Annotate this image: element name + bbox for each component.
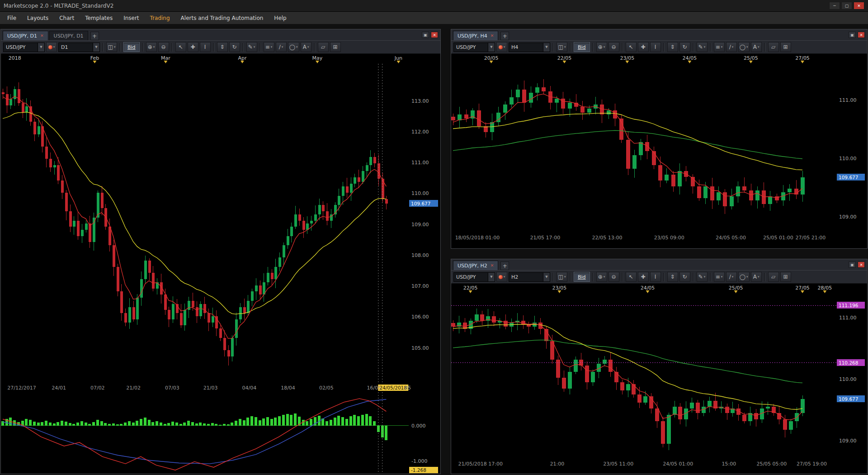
chart-style-button[interactable]: ◫▾ <box>557 272 567 282</box>
bid-button[interactable]: Bid <box>123 42 140 52</box>
zoom-out-button[interactable]: ⊖ <box>609 42 619 52</box>
grid-button[interactable]: ⊞ <box>330 42 341 52</box>
cursor-button[interactable]: ↖ <box>175 42 186 52</box>
chart-style-button[interactable]: ◫▾ <box>557 42 567 52</box>
maximize-button[interactable]: ▢ <box>841 2 852 10</box>
tab-usd-jpy-d1[interactable]: USD/JPY, D1 <box>49 31 88 40</box>
zoom-in-button[interactable]: ⊕▾ <box>596 272 607 282</box>
trendline-button[interactable]: ∕▾ <box>726 272 737 282</box>
panel-close-button[interactable]: ✕ <box>431 32 438 38</box>
text-cursor-button[interactable]: I <box>200 42 211 52</box>
menu-item-trading[interactable]: Trading <box>145 12 175 24</box>
zoom-out-button[interactable]: ⊖ <box>158 42 169 52</box>
draw-pencil-button[interactable]: ✎▾ <box>697 42 708 52</box>
menu-item-layouts[interactable]: Layouts <box>22 12 54 24</box>
crosshair-button[interactable]: ✚ <box>188 42 198 52</box>
time-axis-label: Mar <box>161 55 170 61</box>
zoom-out-button[interactable]: ⊖ <box>609 272 619 282</box>
workspace: USD/JPY, D1✕USD/JPY, D1+▣✕ USD/JPY▼▾D1▼◫… <box>0 24 868 475</box>
indicators-button[interactable]: ≡▾ <box>714 42 725 52</box>
zoom-in-button[interactable]: ⊕▾ <box>596 42 607 52</box>
symbol-dropdown[interactable]: USD/JPY▼ <box>453 272 495 282</box>
grid-button[interactable]: ⊞ <box>780 42 791 52</box>
add-tab-button[interactable]: + <box>500 261 509 270</box>
symbol-dropdown[interactable]: USD/JPY▼ <box>453 43 495 52</box>
draw-pencil-button[interactable]: ✎▾ <box>697 272 708 282</box>
tab-usd-jpy-h4-active[interactable]: USD/JPY, H4✕ <box>453 31 498 40</box>
shapes-button[interactable]: ◯▾ <box>738 272 750 282</box>
eraser-button[interactable]: ▱ <box>318 42 329 52</box>
minimize-button[interactable]: ─ <box>829 2 840 10</box>
svg-text:23/05 11:00: 23/05 11:00 <box>603 461 633 467</box>
text-cursor-button[interactable]: I <box>650 272 661 282</box>
crosshair-button[interactable]: ✚ <box>638 272 649 282</box>
trendline-button[interactable]: ∕▾ <box>726 42 737 52</box>
close-button[interactable]: ✕ <box>854 2 864 10</box>
svg-text:111.196: 111.196 <box>839 303 859 308</box>
period-dropdown[interactable]: D1▼ <box>58 43 100 52</box>
chart-canvas-h2[interactable]: 22/0523/0524/0525/0527/0528/05111.00110.… <box>451 284 867 474</box>
panel-close-button[interactable]: ✕ <box>858 261 865 268</box>
svg-text:113.00: 113.00 <box>411 98 429 104</box>
refresh-button[interactable]: ↻ <box>229 42 240 52</box>
svg-text:105.00: 105.00 <box>411 345 429 351</box>
draw-pencil-button[interactable]: ✎▾ <box>246 42 257 52</box>
tab-close-icon[interactable]: ✕ <box>40 33 44 38</box>
chart-style-button[interactable]: ◫▾ <box>106 42 117 52</box>
instrument-menu-button[interactable]: ▾ <box>496 42 507 52</box>
menu-item-file[interactable]: File <box>2 12 22 24</box>
tab-usd-jpy-h2-active[interactable]: USD/JPY, H2✕ <box>453 261 498 270</box>
shapes-icon: ◯ <box>740 274 745 280</box>
text-cursor-button[interactable]: I <box>650 42 661 52</box>
cursor-button[interactable]: ↖ <box>626 272 637 282</box>
eraser-button[interactable]: ▱ <box>768 272 779 282</box>
annotations-button[interactable]: A▾ <box>301 42 311 52</box>
indicators-button[interactable]: ≡▾ <box>264 42 274 52</box>
tab-close-icon[interactable]: ✕ <box>491 33 494 38</box>
toolbar-separator <box>570 273 571 281</box>
svg-text:27/05 21:00: 27/05 21:00 <box>795 235 826 241</box>
add-tab-button[interactable]: + <box>90 32 99 40</box>
crosshair-button[interactable]: ✚ <box>638 42 649 52</box>
panel-restore-button[interactable]: ▣ <box>422 32 429 38</box>
refresh-button[interactable]: ↻ <box>679 42 690 52</box>
bid-button[interactable]: Bid <box>574 272 590 282</box>
menu-item-help[interactable]: Help <box>269 12 292 24</box>
instrument-menu-button[interactable]: ▾ <box>496 272 507 282</box>
cursor-icon: ↖ <box>629 44 633 50</box>
menu-item-chart[interactable]: Chart <box>54 12 80 24</box>
fit-vertical-button[interactable]: ⇕ <box>667 42 678 52</box>
annotations-button[interactable]: A▾ <box>751 42 762 52</box>
panel-restore-button[interactable]: ▣ <box>849 261 856 268</box>
grid-icon: ⊞ <box>783 44 788 50</box>
trendline-button[interactable]: ∕▾ <box>276 42 287 52</box>
eraser-button[interactable]: ▱ <box>768 42 779 52</box>
shapes-button[interactable]: ◯▾ <box>288 42 299 52</box>
chart-canvas-d1[interactable]: 2018FebMarAprMayJun113.00112.00111.00110… <box>1 54 440 474</box>
refresh-button[interactable]: ↻ <box>679 272 690 282</box>
fit-vertical-button[interactable]: ⇕ <box>217 42 228 52</box>
cursor-button[interactable]: ↖ <box>626 42 637 52</box>
panel-close-button[interactable]: ✕ <box>858 32 865 38</box>
annotations-button[interactable]: A▾ <box>751 272 762 282</box>
instrument-menu-button[interactable]: ▾ <box>46 42 57 52</box>
chart-canvas-h4[interactable]: 20/0522/0523/0524/0525/0527/05111.00110.… <box>451 54 867 248</box>
fit-vertical-button[interactable]: ⇕ <box>667 272 678 282</box>
panel-restore-button[interactable]: ▣ <box>849 32 856 38</box>
tab-close-icon[interactable]: ✕ <box>491 263 494 268</box>
indicators-button[interactable]: ≡▾ <box>714 272 725 282</box>
bid-button[interactable]: Bid <box>574 42 590 52</box>
symbol-dropdown[interactable]: USD/JPY▼ <box>3 43 45 52</box>
menu-item-alerts-and-trading-automation[interactable]: Alerts and Trading Automation <box>175 12 269 24</box>
zoom-in-button[interactable]: ⊕▾ <box>146 42 157 52</box>
chart-background <box>1 54 440 474</box>
menu-item-templates[interactable]: Templates <box>80 12 118 24</box>
shapes-button[interactable]: ◯▾ <box>738 42 750 52</box>
grid-button[interactable]: ⊞ <box>780 272 791 282</box>
tab-usd-jpy-d1-active[interactable]: USD/JPY, D1✕ <box>3 31 48 40</box>
period-dropdown[interactable]: H2▼ <box>509 272 550 282</box>
dropdown-caret-icon: ▾ <box>153 45 155 49</box>
menu-item-insert[interactable]: Insert <box>118 12 144 24</box>
add-tab-button[interactable]: + <box>500 32 509 40</box>
period-dropdown[interactable]: H4▼ <box>509 43 550 52</box>
